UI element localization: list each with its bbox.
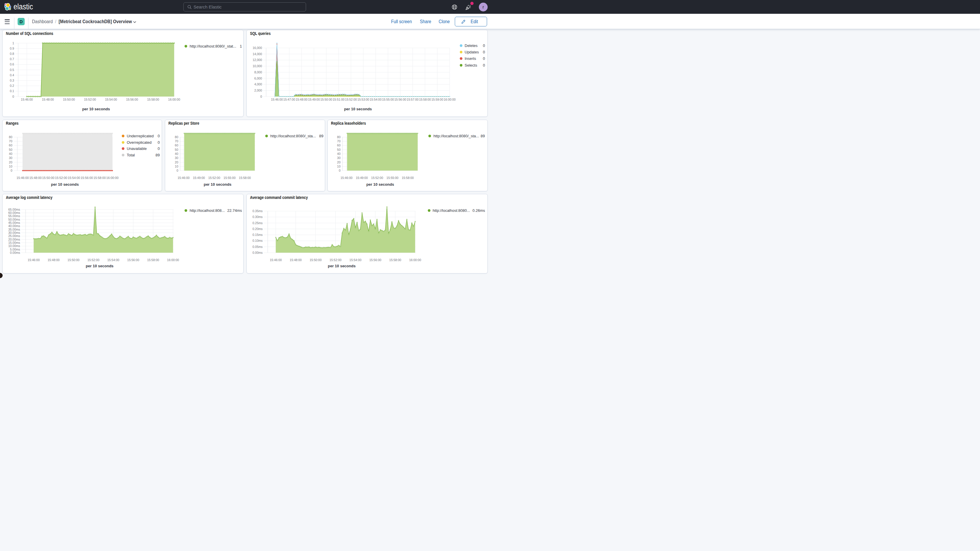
svg-text:15:46:00: 15:46:00 (16, 176, 29, 179)
svg-text:8,000: 8,000 (255, 70, 262, 74)
svg-text:0.20ms: 0.20ms (253, 227, 262, 231)
svg-text:50: 50 (175, 148, 178, 151)
svg-text:15:50:00: 15:50:00 (310, 258, 321, 262)
svg-text:0.7: 0.7 (10, 57, 14, 61)
svg-text:0.6: 0.6 (10, 62, 14, 66)
svg-text:12,000: 12,000 (253, 58, 262, 62)
svg-text:0.2: 0.2 (10, 84, 14, 88)
svg-text:15:56:00: 15:56:00 (126, 98, 138, 101)
svg-text:0.3: 0.3 (10, 79, 14, 82)
svg-text:0.05ms: 0.05ms (253, 245, 262, 248)
svg-text:20: 20 (9, 160, 12, 164)
svg-text:15:52:00: 15:52:00 (329, 258, 342, 262)
svg-text:15:46:00: 15:46:00 (21, 98, 33, 101)
svg-text:15:46:00: 15:46:00 (340, 176, 352, 179)
svg-text:60: 60 (9, 143, 12, 147)
svg-text:0.5: 0.5 (10, 68, 14, 72)
svg-text:15:48:00: 15:48:00 (48, 258, 60, 262)
svg-text:15:54:00: 15:54:00 (105, 98, 117, 101)
svg-text:55.00ms: 55.00ms (8, 214, 20, 218)
svg-text:30: 30 (337, 156, 340, 159)
svg-text:20.00ms: 20.00ms (8, 238, 20, 241)
svg-text:10: 10 (9, 164, 12, 168)
svg-text:50: 50 (337, 148, 340, 151)
svg-text:15:50:00: 15:50:00 (63, 98, 75, 101)
svg-text:15:58:00: 15:58:00 (93, 176, 106, 179)
svg-text:15:58:00: 15:58:00 (239, 176, 251, 179)
svg-text:15:58:00: 15:58:00 (147, 98, 159, 101)
svg-text:15:46:00: 15:46:00 (271, 98, 283, 101)
svg-text:10.00ms: 10.00ms (8, 244, 20, 248)
svg-text:20: 20 (337, 160, 340, 164)
svg-text:0.15ms: 0.15ms (253, 233, 262, 236)
svg-text:15:54:00: 15:54:00 (107, 258, 119, 262)
svg-text:per 10 seconds: per 10 seconds (82, 107, 110, 111)
svg-text:16:00:00: 16:00:00 (167, 258, 179, 262)
svg-text:0: 0 (260, 95, 262, 98)
svg-text:0.00ms: 0.00ms (10, 251, 20, 254)
svg-text:15:55:00: 15:55:00 (382, 98, 394, 101)
svg-text:15:54:00: 15:54:00 (68, 176, 80, 179)
svg-text:15:50:00: 15:50:00 (320, 98, 332, 101)
svg-text:60: 60 (337, 143, 340, 147)
svg-text:16,000: 16,000 (253, 46, 262, 49)
svg-text:50.00ms: 50.00ms (8, 218, 20, 221)
svg-text:per 10 seconds: per 10 seconds (204, 182, 232, 186)
svg-text:15:52:00: 15:52:00 (88, 258, 99, 262)
svg-text:70: 70 (337, 139, 340, 143)
svg-text:40: 40 (337, 152, 340, 156)
svg-text:15:54:00: 15:54:00 (350, 258, 361, 262)
svg-text:15:55:00: 15:55:00 (223, 176, 235, 179)
svg-text:15:52:00: 15:52:00 (84, 98, 96, 101)
svg-text:80: 80 (175, 135, 178, 139)
svg-text:15:52:00: 15:52:00 (208, 176, 220, 179)
svg-text:15:46:00: 15:46:00 (270, 258, 282, 262)
svg-text:0.1: 0.1 (10, 89, 14, 93)
svg-text:70: 70 (9, 139, 12, 143)
svg-text:0.10ms: 0.10ms (253, 239, 262, 242)
svg-text:15:58:00: 15:58:00 (402, 176, 414, 179)
svg-text:per 10 seconds: per 10 seconds (86, 264, 113, 268)
svg-text:50: 50 (9, 148, 12, 151)
svg-text:0.25ms: 0.25ms (253, 221, 262, 225)
svg-text:15:49:00: 15:49:00 (193, 176, 205, 179)
svg-text:45.00ms: 45.00ms (8, 221, 20, 225)
svg-text:15:59:00: 15:59:00 (431, 98, 443, 101)
svg-text:60: 60 (175, 143, 178, 147)
svg-text:0: 0 (11, 169, 12, 172)
svg-text:6,000: 6,000 (255, 76, 262, 80)
svg-text:15:58:00: 15:58:00 (147, 258, 159, 262)
svg-text:15:56:00: 15:56:00 (395, 98, 406, 101)
svg-text:0.9: 0.9 (10, 47, 14, 50)
svg-text:15:49:00: 15:49:00 (356, 176, 368, 179)
svg-text:15:58:00: 15:58:00 (389, 258, 401, 262)
svg-text:40.00ms: 40.00ms (8, 224, 20, 228)
svg-text:40: 40 (9, 152, 12, 156)
svg-text:30.00ms: 30.00ms (8, 231, 20, 234)
svg-text:15:58:00: 15:58:00 (419, 98, 431, 101)
svg-text:10: 10 (175, 164, 178, 168)
svg-text:15:49:00: 15:49:00 (308, 98, 320, 101)
svg-text:15:50:00: 15:50:00 (67, 258, 80, 262)
svg-text:15:53:00: 15:53:00 (357, 98, 369, 101)
svg-text:15:56:00: 15:56:00 (127, 258, 139, 262)
svg-text:16:00:00: 16:00:00 (409, 258, 421, 262)
svg-text:16:00:00: 16:00:00 (106, 176, 119, 179)
svg-text:15:51:00: 15:51:00 (333, 98, 345, 101)
svg-text:30: 30 (175, 156, 178, 159)
svg-text:70: 70 (175, 139, 178, 143)
svg-text:0.30ms: 0.30ms (253, 215, 262, 218)
svg-text:60.00ms: 60.00ms (8, 211, 20, 215)
svg-text:per 10 seconds: per 10 seconds (328, 264, 356, 268)
svg-text:40: 40 (175, 152, 178, 156)
svg-text:15:47:00: 15:47:00 (283, 98, 296, 101)
svg-text:15:57:00: 15:57:00 (407, 98, 419, 101)
svg-text:15:55:00: 15:55:00 (387, 176, 398, 179)
svg-text:15.00ms: 15.00ms (8, 241, 20, 244)
svg-text:15:52:00: 15:52:00 (345, 98, 357, 101)
svg-text:15:56:00: 15:56:00 (81, 176, 93, 179)
svg-text:5.00ms: 5.00ms (10, 248, 20, 251)
svg-text:0.35ms: 0.35ms (253, 209, 262, 213)
svg-text:80: 80 (337, 135, 340, 139)
svg-text:15:48:00: 15:48:00 (290, 258, 302, 262)
